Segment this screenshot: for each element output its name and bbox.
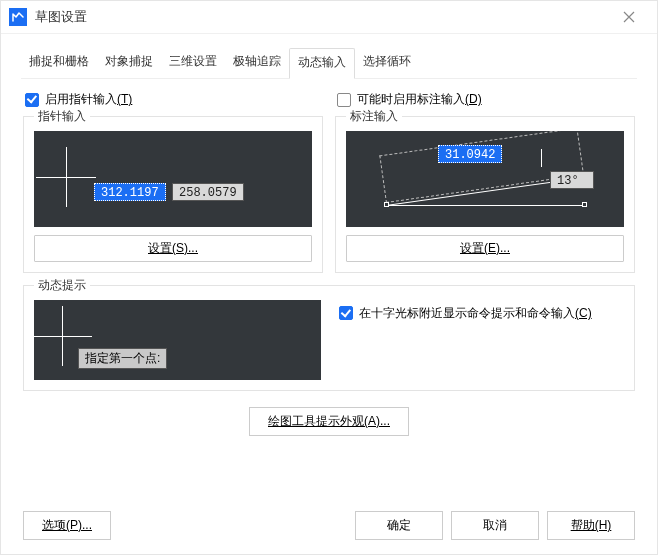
tab-polar-track[interactable]: 极轴追踪 bbox=[225, 48, 289, 78]
tab-object-snap[interactable]: 对象捕捉 bbox=[97, 48, 161, 78]
ok-button[interactable]: 确定 bbox=[355, 511, 443, 540]
title-bar: 草图设置 bbox=[1, 1, 657, 34]
checkbox-icon bbox=[337, 93, 351, 107]
dim-input-legend: 标注输入 bbox=[346, 108, 402, 125]
enable-dim-input-hotkey: (D) bbox=[465, 92, 482, 106]
pointer-x-value: 312.1197 bbox=[94, 183, 166, 201]
cancel-button[interactable]: 取消 bbox=[451, 511, 539, 540]
pointer-input-preview: 312.1197 258.0579 bbox=[34, 131, 312, 227]
tab-dynamic-input[interactable]: 动态输入 bbox=[289, 48, 355, 79]
pointer-input-settings-button[interactable]: 设置(S)... bbox=[34, 235, 312, 262]
help-button[interactable]: 帮助(H) bbox=[547, 511, 635, 540]
dynamic-prompt-legend: 动态提示 bbox=[34, 277, 90, 294]
pointer-input-group: 指针输入 312.1197 258.0579 设置(S)... bbox=[23, 116, 323, 273]
dynamic-prompt-hint: 指定第一个点: bbox=[78, 348, 167, 369]
window-title: 草图设置 bbox=[35, 8, 87, 26]
dim-input-preview: 31.0942 13° bbox=[346, 131, 624, 227]
dim-angle-value: 13° bbox=[550, 171, 594, 189]
dialog-footer: 选项(P)... 确定 取消 帮助(H) bbox=[1, 501, 657, 554]
dim-input-group: 标注输入 31.0942 13° 设置(E)... bbox=[335, 116, 635, 273]
app-icon bbox=[9, 8, 27, 26]
show-cmd-at-crosshair-hotkey: (C) bbox=[575, 306, 592, 320]
pointer-input-legend: 指针输入 bbox=[34, 108, 90, 125]
dim-length-value: 31.0942 bbox=[438, 145, 502, 163]
checkbox-icon bbox=[25, 93, 39, 107]
show-cmd-at-crosshair-check[interactable]: 在十字光标附近显示命令提示和命令输入(C) bbox=[337, 304, 624, 324]
close-button[interactable] bbox=[609, 4, 649, 30]
tooltip-appearance-button[interactable]: 绘图工具提示外观(A)... bbox=[249, 407, 409, 436]
tab-snap-grid[interactable]: 捕捉和栅格 bbox=[21, 48, 97, 78]
checkbox-icon bbox=[339, 306, 353, 320]
tab-3d-settings[interactable]: 三维设置 bbox=[161, 48, 225, 78]
dim-input-settings-button[interactable]: 设置(E)... bbox=[346, 235, 624, 262]
tab-selection-cycle[interactable]: 选择循环 bbox=[355, 48, 419, 78]
show-cmd-at-crosshair-label: 在十字光标附近显示命令提示和命令输入 bbox=[359, 306, 575, 320]
enable-pointer-input-hotkey: (T) bbox=[117, 92, 132, 106]
options-button[interactable]: 选项(P)... bbox=[23, 511, 111, 540]
dynamic-prompt-group: 动态提示 指定第一个点: 在十字光标附近显示命令提示和命令输入(C) bbox=[23, 285, 635, 391]
pointer-y-value: 258.0579 bbox=[172, 183, 244, 201]
enable-dim-input-label: 可能时启用标注输入 bbox=[357, 92, 465, 106]
tab-strip: 捕捉和栅格 对象捕捉 三维设置 极轴追踪 动态输入 选择循环 bbox=[21, 48, 637, 79]
dynamic-prompt-preview: 指定第一个点: bbox=[34, 300, 321, 380]
enable-pointer-input-label: 启用指针输入 bbox=[45, 92, 117, 106]
